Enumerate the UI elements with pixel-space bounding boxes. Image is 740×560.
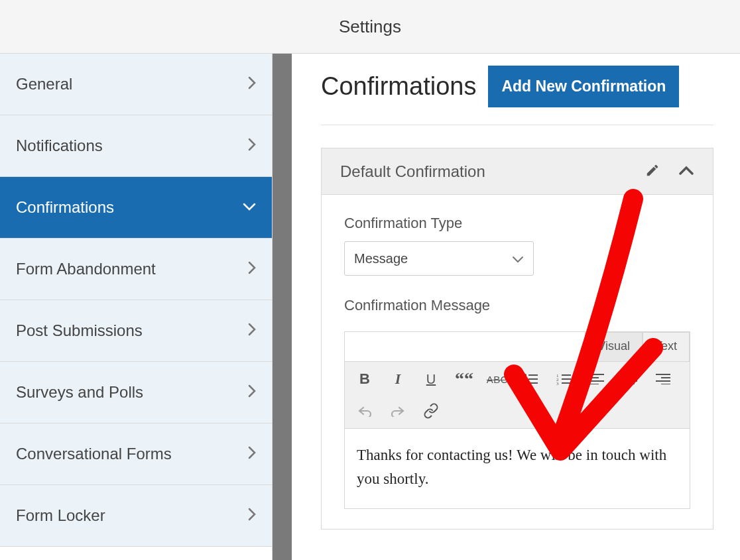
blockquote-button[interactable]: ““ [454,368,475,390]
message-editor: Visual Text B I U ““ ABC 123 [344,331,690,509]
svg-rect-14 [589,380,604,382]
sidebar-item-surveys-and-polls[interactable]: Surveys and Polls [0,362,272,423]
svg-rect-1 [528,374,538,376]
svg-rect-3 [528,378,538,380]
svg-rect-17 [625,377,635,378]
tab-visual[interactable]: Visual [585,332,643,361]
svg-rect-18 [623,380,637,382]
svg-rect-5 [528,382,538,384]
chevron-down-icon [243,201,256,213]
header-bar: Settings [0,0,740,54]
sidebar-item-general[interactable]: General [0,54,272,115]
tab-text[interactable]: Text [643,332,690,361]
svg-rect-23 [661,384,670,384]
sidebar-item-label: Post Submissions [16,321,143,340]
panel-actions [645,163,694,180]
edit-icon[interactable] [645,163,660,180]
svg-rect-16 [623,374,637,375]
svg-rect-11 [562,382,571,384]
svg-rect-15 [589,384,599,384]
chevron-right-icon [248,384,256,400]
align-center-button[interactable] [619,368,641,390]
chevron-right-icon [248,261,256,277]
panel-header[interactable]: Default Confirmation [322,148,713,195]
editor-tabs: Visual Text [345,332,690,361]
chevron-down-icon [512,251,524,266]
settings-sidebar: General Notifications Confirmations Form… [0,54,273,560]
italic-button[interactable]: I [387,368,408,390]
sidebar-item-label: Form Locker [16,506,105,525]
align-right-button[interactable] [652,368,674,390]
sidebar-item-notifications[interactable]: Notifications [0,115,272,177]
sidebar-item-label: Notifications [16,137,103,155]
page-header: Confirmations Add New Confirmation [321,66,713,125]
align-left-button[interactable] [586,368,607,390]
redo-button[interactable] [387,400,408,421]
main-pane: Confirmations Add New Confirmation Defau… [292,54,740,560]
svg-point-4 [524,382,526,384]
editor-textarea[interactable]: Thanks for contacting us! We will be in … [345,429,690,508]
header-title: Settings [339,17,401,37]
undo-button[interactable] [354,400,375,421]
svg-rect-22 [656,380,670,382]
svg-point-0 [524,374,526,376]
sidebar-item-confirmations[interactable]: Confirmations [0,177,272,239]
sidebar-item-label: Form Abandonment [16,260,156,278]
svg-rect-9 [562,378,571,380]
svg-rect-21 [661,377,670,378]
chevron-right-icon [248,446,256,462]
confirmation-message-label: Confirmation Message [344,297,690,314]
chevron-up-icon[interactable] [678,165,694,178]
sidebar-item-label: General [16,75,72,93]
gap-strip [273,54,292,560]
sidebar-item-label: Conversational Forms [16,445,172,463]
svg-rect-12 [589,374,604,375]
sidebar-item-post-submissions[interactable]: Post Submissions [0,300,272,362]
sidebar-item-form-locker[interactable]: Form Locker [0,485,272,547]
confirmation-type-label: Confirmation Type [344,215,690,232]
content-wrap: General Notifications Confirmations Form… [0,54,740,560]
svg-text:3: 3 [556,381,559,385]
sidebar-item-label: Surveys and Polls [16,383,143,402]
svg-rect-19 [625,384,635,384]
underline-button[interactable]: U [420,368,442,390]
chevron-right-icon [248,76,256,92]
svg-rect-7 [562,374,571,376]
unordered-list-button[interactable] [520,368,541,390]
chevron-right-icon [248,508,256,524]
add-new-confirmation-button[interactable]: Add New Confirmation [488,66,679,107]
page-title: Confirmations [321,72,476,101]
editor-toolbar: B I U ““ ABC 123 [345,361,690,429]
chevron-right-icon [248,323,256,339]
svg-point-2 [524,378,526,380]
sidebar-item-label: Confirmations [16,198,114,217]
ordered-list-button[interactable]: 123 [553,368,574,390]
confirmation-type-select[interactable]: Message [344,241,534,276]
chevron-right-icon [248,138,256,154]
strikethrough-button[interactable]: ABC [487,368,508,390]
confirmation-panel: Default Confirmation Confirmation Type M… [321,148,713,530]
panel-title: Default Confirmation [340,162,645,181]
svg-rect-13 [589,377,599,378]
bold-button[interactable]: B [354,368,375,390]
svg-rect-20 [656,374,670,375]
panel-body: Confirmation Type Message Confirmation M… [322,195,713,529]
select-value: Message [354,251,408,266]
link-button[interactable] [420,400,442,421]
sidebar-item-form-abandonment[interactable]: Form Abandonment [0,239,272,300]
sidebar-item-conversational-forms[interactable]: Conversational Forms [0,423,272,485]
